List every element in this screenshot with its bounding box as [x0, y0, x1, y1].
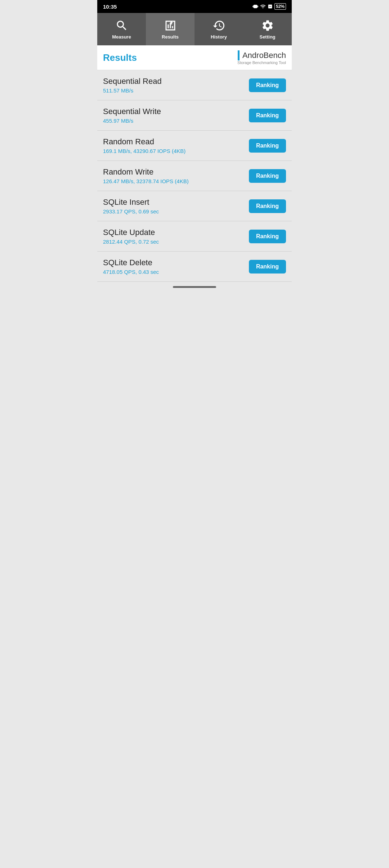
setting-icon — [261, 19, 274, 32]
results-list: Sequential Read 511.57 MB/s Ranking Sequ… — [97, 70, 292, 282]
result-name: SQLite Insert — [103, 198, 249, 207]
result-info: Random Read 169.1 MB/s, 43290.67 IOPS (4… — [103, 137, 249, 154]
ranking-button[interactable]: Ranking — [249, 199, 286, 213]
brand-bar — [238, 50, 240, 60]
result-name: Sequential Read — [103, 77, 249, 86]
result-value: 169.1 MB/s, 43290.67 IOPS (4KB) — [103, 148, 249, 154]
close-icon — [268, 4, 273, 9]
status-time: 10:35 — [103, 4, 117, 10]
ranking-button[interactable]: Ranking — [249, 109, 286, 122]
results-icon — [164, 19, 177, 32]
vibrate-icon — [252, 4, 258, 9]
result-info: SQLite Update 2812.44 QPS, 0.72 sec — [103, 228, 249, 245]
result-value: 511.57 MB/s — [103, 87, 249, 94]
result-value: 2933.17 QPS, 0.69 sec — [103, 208, 249, 214]
history-icon — [213, 19, 225, 32]
result-name: Random Write — [103, 167, 249, 177]
brand-sub: Storage Benchmarking Tool — [237, 60, 286, 65]
tab-results-label: Results — [162, 34, 179, 40]
tab-history-label: History — [211, 34, 227, 40]
wifi-icon — [260, 4, 266, 9]
page-header: Results AndroBench Storage Benchmarking … — [97, 45, 292, 70]
ranking-button[interactable]: Ranking — [249, 230, 286, 243]
bottom-indicator — [173, 286, 216, 288]
tab-setting[interactable]: Setting — [243, 13, 292, 45]
result-item: SQLite Insert 2933.17 QPS, 0.69 sec Rank… — [97, 191, 292, 221]
result-info: Random Write 126.47 MB/s, 32378.74 IOPS … — [103, 167, 249, 184]
result-name: SQLite Delete — [103, 258, 249, 267]
result-value: 4718.05 QPS, 0.43 sec — [103, 269, 249, 275]
result-name: Random Read — [103, 137, 249, 146]
result-item: Random Read 169.1 MB/s, 43290.67 IOPS (4… — [97, 131, 292, 161]
result-value: 2812.44 QPS, 0.72 sec — [103, 239, 249, 245]
tab-setting-label: Setting — [259, 34, 275, 40]
status-icons: 52% — [252, 3, 286, 10]
result-value: 455.97 MB/s — [103, 118, 249, 124]
tab-results[interactable]: Results — [146, 13, 194, 45]
result-item: SQLite Update 2812.44 QPS, 0.72 sec Rank… — [97, 221, 292, 252]
ranking-button[interactable]: Ranking — [249, 78, 286, 92]
page-title: Results — [103, 52, 137, 63]
tab-measure[interactable]: Measure — [97, 13, 146, 45]
tab-history[interactable]: History — [194, 13, 243, 45]
result-name: Sequential Write — [103, 107, 249, 116]
result-info: Sequential Read 511.57 MB/s — [103, 77, 249, 94]
result-info: SQLite Insert 2933.17 QPS, 0.69 sec — [103, 198, 249, 214]
ranking-button[interactable]: Ranking — [249, 139, 286, 153]
ranking-button[interactable]: Ranking — [249, 169, 286, 183]
nav-tabs: Measure Results History Setting — [97, 13, 292, 45]
brand-logo: AndroBench Storage Benchmarking Tool — [237, 50, 286, 65]
status-bar: 10:35 52% — [97, 0, 292, 13]
result-info: Sequential Write 455.97 MB/s — [103, 107, 249, 124]
brand-name: AndroBench — [238, 50, 286, 60]
result-item: Random Write 126.47 MB/s, 32378.74 IOPS … — [97, 161, 292, 191]
result-item: SQLite Delete 4718.05 QPS, 0.43 sec Rank… — [97, 252, 292, 282]
result-item: Sequential Read 511.57 MB/s Ranking — [97, 70, 292, 100]
ranking-button[interactable]: Ranking — [249, 260, 286, 273]
result-info: SQLite Delete 4718.05 QPS, 0.43 sec — [103, 258, 249, 275]
result-value: 126.47 MB/s, 32378.74 IOPS (4KB) — [103, 178, 249, 184]
result-item: Sequential Write 455.97 MB/s Ranking — [97, 100, 292, 131]
battery-icon: 52% — [274, 3, 286, 10]
tab-measure-label: Measure — [112, 34, 131, 40]
bottom-bar — [97, 282, 292, 295]
measure-icon — [115, 19, 128, 32]
result-name: SQLite Update — [103, 228, 249, 237]
